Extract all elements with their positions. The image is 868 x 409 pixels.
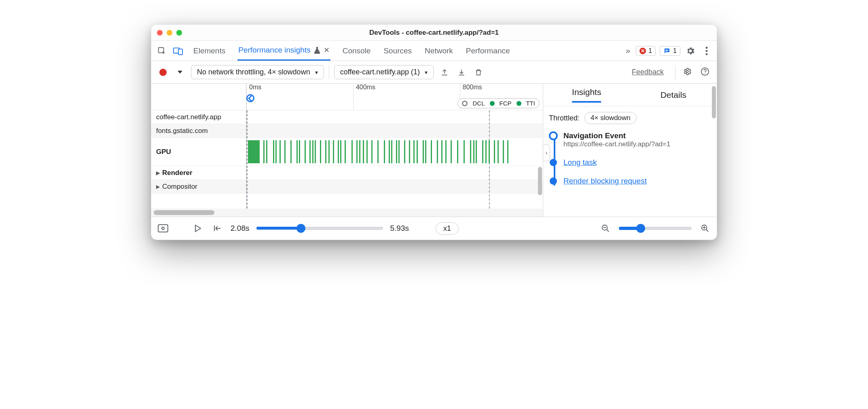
zoom-slider[interactable] bbox=[619, 227, 692, 230]
tab-sources[interactable]: Sources bbox=[383, 41, 413, 61]
end-time: 5.93s bbox=[390, 224, 409, 233]
tab-details[interactable]: Details bbox=[630, 84, 717, 106]
play-button[interactable] bbox=[192, 222, 204, 234]
svg-point-12 bbox=[162, 227, 164, 230]
gpu-activity bbox=[246, 140, 543, 163]
recording-select-value: coffee-cart.netlify.app (1) bbox=[340, 68, 420, 76]
playback-footer: 2.08s 5.93s x1 bbox=[151, 217, 717, 240]
event-link[interactable]: Render blocking request bbox=[563, 177, 647, 185]
record-menu-caret[interactable] bbox=[174, 66, 186, 78]
network-row[interactable]: coffee-cart.netlify.app bbox=[151, 110, 543, 124]
timeline-node-icon bbox=[549, 131, 558, 140]
close-tab-icon[interactable]: ✕ bbox=[324, 46, 330, 55]
vertical-scrollbar[interactable] bbox=[712, 86, 716, 118]
row-content bbox=[246, 180, 543, 193]
screenshot-preview-icon[interactable] bbox=[157, 222, 169, 234]
close-window-button[interactable] bbox=[157, 30, 163, 36]
tab-console[interactable]: Console bbox=[342, 41, 372, 61]
scrollbar-thumb[interactable] bbox=[154, 210, 214, 215]
timeline-pane: 0ms 400ms 800ms DCL FCP TTI coffee-cart.… bbox=[151, 84, 543, 217]
panel-settings-icon[interactable] bbox=[681, 65, 693, 78]
separator bbox=[329, 65, 329, 79]
help-icon[interactable] bbox=[699, 65, 711, 78]
delete-icon[interactable] bbox=[472, 66, 485, 78]
tick-label: 0ms bbox=[249, 84, 261, 91]
svg-point-8 bbox=[686, 70, 688, 73]
slider-knob[interactable] bbox=[636, 224, 645, 233]
event-link[interactable]: Long task bbox=[563, 158, 597, 167]
settings-icon[interactable] bbox=[684, 45, 697, 57]
event-long-task[interactable]: Long task bbox=[563, 158, 710, 167]
tab-performance-insights[interactable]: Performance insights ✕ bbox=[237, 41, 330, 61]
device-toolbar-icon[interactable] bbox=[171, 44, 184, 57]
recording-select[interactable]: coffee-cart.netlify.app (1) ▾ bbox=[334, 65, 434, 79]
zoom-out-icon[interactable] bbox=[599, 222, 612, 234]
record-icon bbox=[159, 69, 167, 76]
event-url: https://coffee-cart.netlify.app/?ad=1 bbox=[563, 140, 710, 148]
slider-knob[interactable] bbox=[296, 224, 305, 233]
throttling-select[interactable]: No network throttling, 4× slowdown ▾ bbox=[191, 65, 324, 79]
messages-count: 1 bbox=[673, 47, 677, 55]
tab-label: Performance insights bbox=[238, 46, 310, 55]
throttled-chip[interactable]: 4× slowdown bbox=[584, 112, 637, 124]
row-content bbox=[246, 124, 543, 137]
tab-label: Console bbox=[343, 46, 371, 55]
timeline-node-icon bbox=[550, 177, 557, 185]
horizontal-scrollbar[interactable] bbox=[151, 209, 543, 217]
minimize-window-button[interactable] bbox=[167, 30, 172, 36]
tick-label: 400ms bbox=[356, 84, 375, 91]
vertical-scrollbar[interactable] bbox=[538, 167, 542, 195]
event-title: Navigation Event bbox=[563, 131, 710, 140]
tab-elements[interactable]: Elements bbox=[193, 41, 226, 61]
event-navigation[interactable]: Navigation Event https://coffee-cart.net… bbox=[563, 131, 710, 148]
kebab-menu-icon[interactable] bbox=[701, 45, 713, 57]
dcl-icon bbox=[462, 101, 468, 106]
toolbar-right-icons bbox=[675, 65, 711, 79]
main-split: 0ms 400ms 800ms DCL FCP TTI coffee-cart.… bbox=[151, 84, 717, 217]
error-count: 1 bbox=[648, 47, 652, 55]
timeline-node-icon bbox=[550, 159, 557, 166]
tab-label: Network bbox=[425, 46, 453, 55]
svg-rect-3 bbox=[665, 50, 669, 51]
time-slider[interactable] bbox=[256, 227, 383, 230]
metrics-legend[interactable]: DCL FCP TTI bbox=[457, 98, 540, 108]
row-label: fonts.gstatic.com bbox=[151, 124, 246, 137]
feedback-link[interactable]: Feedback bbox=[632, 68, 664, 76]
network-row[interactable]: fonts.gstatic.com bbox=[151, 124, 543, 138]
expand-icon[interactable]: ▶ bbox=[156, 170, 160, 176]
row-label: ▶Compositor bbox=[151, 180, 246, 193]
slider-fill bbox=[256, 227, 301, 230]
import-icon[interactable] bbox=[455, 66, 468, 78]
more-tabs-icon[interactable]: » bbox=[624, 46, 632, 55]
tab-network[interactable]: Network bbox=[424, 41, 454, 61]
maximize-window-button[interactable] bbox=[176, 30, 182, 36]
tick-label: 800ms bbox=[463, 84, 482, 91]
tabs-right-controls: » ✕ 1 1 bbox=[624, 45, 713, 57]
export-icon[interactable] bbox=[438, 66, 451, 78]
titlebar: DevTools - coffee-cart.netlify.app/?ad=1 bbox=[151, 25, 717, 41]
tab-insights[interactable]: Insights bbox=[543, 84, 630, 106]
navigation-start-marker[interactable] bbox=[246, 94, 254, 102]
event-render-blocking[interactable]: Render blocking request bbox=[563, 177, 710, 186]
tab-label: Sources bbox=[383, 46, 412, 55]
tab-performance[interactable]: Performance bbox=[465, 41, 511, 61]
traffic-lights bbox=[157, 30, 182, 36]
renderer-row[interactable]: ▶Renderer bbox=[151, 166, 543, 180]
fcp-icon bbox=[490, 101, 495, 106]
insights-pane: › Insights Details Throttled: 4× slowdow… bbox=[543, 84, 717, 217]
timeline-ruler[interactable]: 0ms 400ms 800ms DCL FCP TTI bbox=[246, 84, 543, 110]
inspect-element-icon[interactable] bbox=[155, 44, 168, 57]
error-badge[interactable]: ✕ 1 bbox=[636, 46, 656, 56]
row-content bbox=[246, 138, 543, 166]
svg-rect-11 bbox=[158, 225, 168, 232]
chevron-down-icon: ▾ bbox=[315, 69, 318, 76]
playback-speed[interactable]: x1 bbox=[436, 222, 459, 235]
zoom-in-icon[interactable] bbox=[699, 222, 711, 234]
record-button[interactable] bbox=[157, 66, 169, 78]
gpu-row[interactable]: GPU bbox=[151, 138, 543, 166]
rewind-button[interactable] bbox=[211, 222, 223, 234]
compositor-row[interactable]: ▶Compositor bbox=[151, 180, 543, 194]
separator bbox=[675, 65, 675, 79]
expand-icon[interactable]: ▶ bbox=[156, 184, 160, 190]
messages-badge[interactable]: 1 bbox=[660, 46, 680, 56]
